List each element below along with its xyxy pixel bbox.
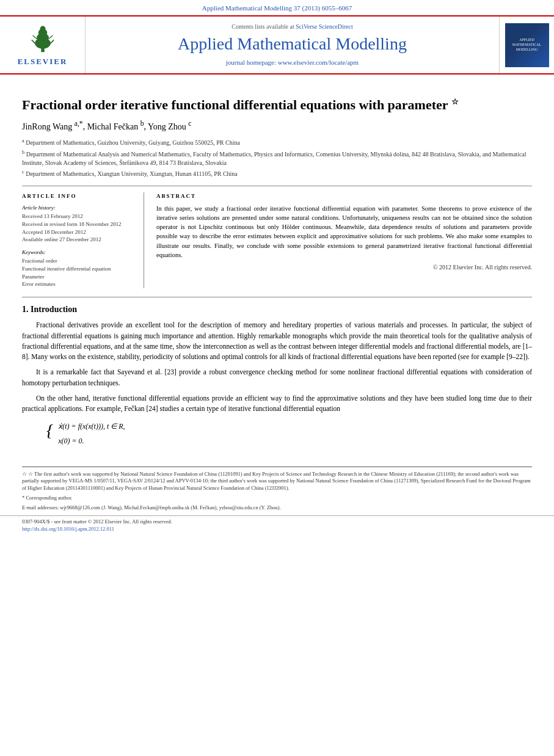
article-content: Fractional order iterative functional di… bbox=[0, 75, 554, 460]
svg-line-7 bbox=[32, 35, 36, 38]
sciverse-line: Contents lists available at SciVerse Sci… bbox=[231, 23, 353, 31]
eq-brace-icon: { bbox=[46, 420, 53, 441]
journal-cover-thumb: APPLIEDMATHEMATICALMODELLING bbox=[505, 23, 549, 67]
journal-homepage: journal homepage: www.elsevier.com/locat… bbox=[226, 58, 359, 67]
footer-bottom: 0307-904X/$ - see front matter © 2012 El… bbox=[0, 515, 554, 533]
footer-doi[interactable]: http://dx.doi.org/10.1016/j.apm.2012.12.… bbox=[22, 526, 532, 533]
affil-line-a: a Department of Mathematics, Guizhou Uni… bbox=[22, 137, 532, 147]
keywords-title: Keywords: bbox=[22, 249, 135, 256]
keyword-4: Error estimates bbox=[22, 280, 135, 288]
svg-line-8 bbox=[49, 35, 53, 38]
abstract-title: ABSTRACT bbox=[156, 192, 532, 200]
section-divider bbox=[22, 297, 532, 297]
journal-link-text: Applied Mathematical Modelling 37 (2013)… bbox=[202, 4, 352, 12]
journal-header: ELSEVIER Contents lists available at Sci… bbox=[0, 15, 554, 75]
eq-lines: ẋ(t) = f(x(x(t))), t ∈ R, x(0) = 0. bbox=[58, 420, 125, 448]
footer-divider bbox=[22, 467, 532, 467]
footnote-email: E-mail addresses: wjr9668@126.com (J. Wa… bbox=[0, 504, 554, 512]
history-row-2: Received in revised form 18 November 201… bbox=[22, 220, 135, 228]
journal-main-title: Applied Mathematical Modelling bbox=[178, 34, 407, 54]
affil-line-c: c Department of Mathematics, Xiangtan Un… bbox=[22, 169, 532, 178]
intro-para-2: It is a remarkable fact that Sayevand et… bbox=[22, 367, 532, 388]
copyright-line: © 2012 Elsevier Inc. All rights reserved… bbox=[156, 263, 532, 272]
authors-line: JinRong Wang a,*, Michal Fečkan b, Yong … bbox=[22, 119, 532, 133]
article-title-text: Fractional order iterative functional di… bbox=[22, 97, 448, 112]
article-info-title: ARTICLE INFO bbox=[22, 192, 135, 200]
intro-section-title: 1. Introduction bbox=[22, 303, 532, 316]
journal-link-bar: Applied Mathematical Modelling 37 (2013)… bbox=[0, 0, 554, 15]
footnote-star-text: ☆ The first author's work was supported … bbox=[22, 471, 531, 492]
footnote-star-symbol: ☆ bbox=[22, 471, 28, 477]
journal-thumb-area: APPLIEDMATHEMATICALMODELLING bbox=[499, 16, 554, 73]
intro-para-3: On the other hand, iterative functional … bbox=[22, 393, 532, 415]
history-row-1: Received 13 February 2012 bbox=[22, 213, 135, 220]
email-line-text: E-mail addresses: wjr9668@126.com (J. Wa… bbox=[22, 504, 281, 511]
intro-para-1: Fractional derivatives provide an excell… bbox=[22, 320, 532, 362]
history-row-4: Available online 27 December 2012 bbox=[22, 236, 135, 244]
journal-title-area: Contents lists available at SciVerse Sci… bbox=[86, 16, 499, 73]
history-row-3: Accepted 18 December 2012 bbox=[22, 228, 135, 236]
article-title: Fractional order iterative functional di… bbox=[22, 96, 532, 114]
history-section: Article history: Received 13 February 20… bbox=[22, 204, 135, 244]
corresponding-label: * Corresponding author. bbox=[22, 495, 72, 501]
footnote-corresponding: * Corresponding author. bbox=[0, 495, 554, 502]
footer-issn: 0307-904X/$ - see front matter © 2012 El… bbox=[22, 518, 532, 526]
author-sup-a: a,* bbox=[75, 120, 83, 128]
info-abstract-section: ARTICLE INFO Article history: Received 1… bbox=[22, 186, 532, 288]
keyword-3: Parameter bbox=[22, 273, 135, 281]
equation-system: { ẋ(t) = f(x(x(t))), t ∈ R, x(0) = 0. bbox=[46, 420, 532, 448]
elsevier-tree-icon bbox=[24, 23, 61, 54]
abstract-text: In this paper, we study a fractional ord… bbox=[156, 204, 532, 260]
elsevier-brand-text: ELSEVIER bbox=[18, 56, 68, 67]
affil-line-b: b Department of Mathematical Analysis an… bbox=[22, 149, 532, 167]
svg-point-4 bbox=[40, 26, 45, 31]
eq-line-2: x(0) = 0. bbox=[58, 435, 125, 448]
footnote-star: ☆ ☆ The first author's work was supporte… bbox=[0, 471, 554, 493]
elsevier-logo: ELSEVIER bbox=[18, 23, 68, 67]
history-title: Article history: bbox=[22, 204, 135, 212]
homepage-label: journal homepage: bbox=[226, 59, 276, 66]
article-info-col: ARTICLE INFO Article history: Received 1… bbox=[22, 192, 144, 288]
keywords-section: Keywords: Fractional order Functional it… bbox=[22, 249, 135, 288]
author-sup-c: c bbox=[188, 120, 191, 128]
page: Applied Mathematical Modelling 37 (2013)… bbox=[0, 0, 554, 756]
section-label: Introduction bbox=[31, 305, 77, 314]
equation-block: { ẋ(t) = f(x(x(t))), t ∈ R, x(0) = 0. bbox=[46, 420, 532, 448]
homepage-url[interactable]: www.elsevier.com/locate/apm bbox=[278, 59, 359, 66]
affiliations: a Department of Mathematics, Guizhou Uni… bbox=[22, 137, 532, 178]
eq-line-1: ẋ(t) = f(x(x(t))), t ∈ R, bbox=[58, 420, 125, 434]
keyword-2: Functional iterative differential equati… bbox=[22, 265, 135, 273]
keyword-1: Fractional order bbox=[22, 257, 135, 265]
section-number: 1. bbox=[22, 305, 29, 314]
publisher-logo-area: ELSEVIER bbox=[0, 16, 86, 73]
abstract-col: ABSTRACT In this paper, we study a fract… bbox=[156, 192, 532, 288]
title-star: ☆ bbox=[451, 97, 459, 106]
author-sup-b: b bbox=[140, 120, 144, 128]
